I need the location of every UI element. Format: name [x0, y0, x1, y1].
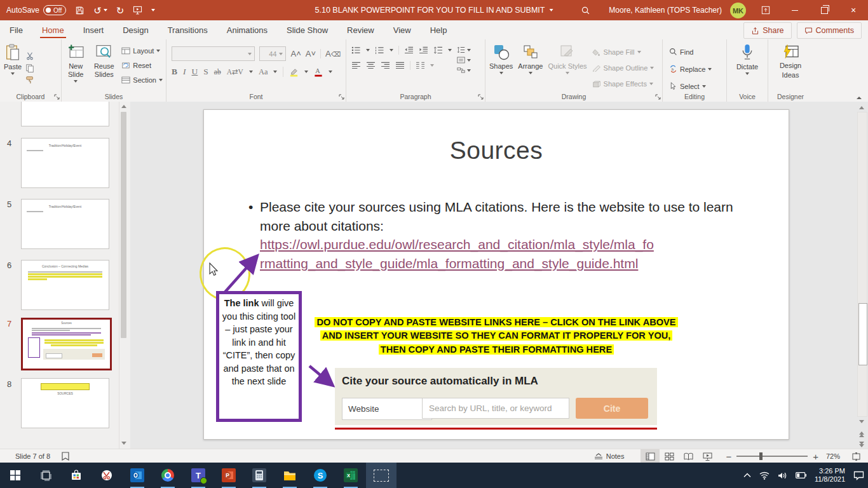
drawing-dialog-launcher[interactable]	[655, 94, 661, 100]
tab-design[interactable]: Design	[113, 20, 158, 39]
align-center-button[interactable]	[366, 62, 376, 69]
purple-arrow-to-widget[interactable]	[304, 361, 336, 390]
align-text-button[interactable]	[457, 57, 471, 64]
slide-sorter-view-button[interactable]	[660, 449, 679, 463]
scrollbar-thumb[interactable]	[858, 303, 867, 365]
copy-button[interactable]	[25, 64, 34, 72]
cite-button[interactable]: Cite	[576, 398, 648, 419]
align-right-button[interactable]	[381, 62, 390, 69]
zoom-in-button[interactable]: +	[813, 451, 818, 462]
underline-button[interactable]: U	[192, 67, 198, 77]
increase-font-button[interactable]: A˄	[290, 49, 301, 58]
reading-view-button[interactable]	[679, 449, 698, 463]
chrome-button[interactable]	[153, 463, 183, 488]
thumbnail-scroll-down-icon[interactable]	[119, 438, 128, 447]
format-painter-button[interactable]	[25, 76, 34, 85]
slideshow-view-button[interactable]	[698, 449, 717, 463]
skype-button[interactable]: S	[305, 463, 336, 488]
tab-help[interactable]: Help	[421, 20, 457, 39]
collapse-ribbon-icon[interactable]	[857, 97, 862, 99]
fit-slide-to-window-button[interactable]	[846, 449, 865, 463]
show-hidden-icons-icon[interactable]	[743, 473, 751, 478]
text-highlight-button[interactable]	[289, 67, 299, 77]
clear-formatting-button[interactable]: A⌫	[320, 49, 341, 58]
paragraph-dialog-launcher[interactable]	[478, 94, 484, 100]
thumbnail-slide-7[interactable]: Sources	[21, 318, 112, 370]
bold-button[interactable]: B	[172, 67, 177, 77]
account-name[interactable]: Moore, Kathleen (TOPS Teacher)	[609, 0, 722, 20]
change-case-button[interactable]: Aa	[259, 67, 268, 77]
calculator-button[interactable]	[244, 463, 275, 488]
tab-slide-show[interactable]: Slide Show	[277, 20, 337, 39]
font-name-combo[interactable]	[172, 46, 255, 61]
text-direction-button[interactable]	[457, 46, 471, 53]
thumbnail-scrollbar-thumb[interactable]	[121, 112, 126, 338]
slide-title[interactable]: Sources	[204, 137, 789, 165]
increase-indent-button[interactable]	[419, 46, 428, 54]
normal-view-button[interactable]	[641, 449, 660, 463]
paste-button[interactable]: Paste	[4, 39, 22, 91]
autosave-toggle[interactable]: AutoSave Off	[6, 5, 66, 15]
design-ideas-button[interactable]: DesignIdeas	[768, 39, 813, 91]
thumbnail-scrollbar[interactable]	[119, 102, 128, 449]
reuse-slides-button[interactable]: Reuse Slides	[90, 39, 118, 91]
excel-button[interactable]: X	[336, 463, 366, 488]
close-button[interactable]: ×	[839, 0, 868, 20]
callout-box[interactable]: The link will give you this citing tool …	[216, 291, 302, 422]
thumbnail-scroll-up-icon[interactable]	[119, 102, 128, 111]
thumbnail-slide-8[interactable]: SOURCES	[21, 378, 109, 428]
next-slide-button[interactable]	[857, 440, 865, 449]
strikethrough-button[interactable]: ab	[214, 68, 221, 76]
dictate-button[interactable]: Dictate	[727, 39, 768, 91]
tab-insert[interactable]: Insert	[74, 20, 114, 39]
cut-button[interactable]	[25, 51, 34, 60]
clock[interactable]: 3:26 PM 11/8/2021	[815, 467, 845, 484]
undo-button[interactable]: ↺	[93, 6, 107, 15]
thumbnail-slide-3[interactable]	[21, 102, 109, 126]
wifi-icon[interactable]	[759, 471, 770, 480]
start-button[interactable]	[0, 463, 31, 488]
bullets-button[interactable]	[351, 46, 361, 54]
font-dialog-launcher[interactable]	[339, 94, 344, 100]
font-color-button[interactable]: A	[314, 67, 323, 77]
layout-button[interactable]: Layout	[121, 44, 163, 57]
italic-button[interactable]: I	[183, 67, 186, 77]
convert-smartart-button[interactable]	[457, 67, 471, 74]
shape-outline-button[interactable]: Shape Outline	[592, 61, 654, 74]
avatar[interactable]: MK	[730, 3, 746, 18]
zoom-level[interactable]: 72%	[826, 452, 840, 460]
document-title-area[interactable]: 5.10 BLANK POWERPOINT FOR YOU TO FILL IN…	[315, 0, 553, 20]
snipping-selection-button[interactable]	[366, 463, 397, 488]
accessibility-checker-icon[interactable]	[62, 452, 69, 461]
quick-styles-button[interactable]: Quick Styles	[548, 39, 587, 91]
thumbnail-slide-6[interactable]: Conclusion – Connecting Medias	[21, 260, 109, 310]
customize-qat-button[interactable]	[151, 9, 155, 11]
tab-transitions[interactable]: Transitions	[158, 20, 217, 39]
warning-text[interactable]: DO NOT COPY AND PASTE WEBSITE LINKS HERE…	[313, 316, 679, 356]
arrange-button[interactable]: Arrange	[518, 39, 543, 91]
start-slideshow-button[interactable]	[133, 6, 142, 15]
search-button[interactable]	[577, 3, 593, 18]
slide-body-text[interactable]: • Please cite your sources using MLA cit…	[248, 198, 743, 273]
slide-area-scrollbar[interactable]	[857, 102, 866, 449]
clipboard-dialog-launcher[interactable]	[54, 94, 60, 100]
redo-button[interactable]: ↻	[116, 6, 125, 15]
restore-button[interactable]	[810, 0, 839, 20]
select-button[interactable]: Select	[669, 79, 720, 93]
hyperlink-line-2[interactable]: rmatting_and_style_guide/mla_formatting_…	[260, 254, 743, 273]
minimize-button[interactable]	[780, 0, 810, 20]
shape-fill-button[interactable]: Shape Fill	[592, 45, 654, 58]
line-spacing-button[interactable]	[433, 46, 443, 54]
tab-animations[interactable]: Animations	[217, 20, 277, 39]
autosave-switch[interactable]: Off	[43, 5, 66, 15]
action-center-icon[interactable]	[853, 471, 864, 480]
hyperlink-line-1[interactable]: https://owl.purdue.edu/owl/research_and_…	[260, 235, 743, 254]
battery-icon[interactable]	[796, 472, 806, 478]
shape-effects-button[interactable]: Shape Effects	[592, 77, 654, 90]
source-type-dropdown[interactable]: Website	[342, 398, 432, 420]
character-spacing-button[interactable]: A⇄V	[227, 67, 243, 76]
microsoft-store-button[interactable]	[61, 463, 92, 488]
find-button[interactable]: Find	[669, 45, 720, 58]
zoom-slider-thumb[interactable]	[759, 452, 763, 460]
previous-slide-button[interactable]	[857, 430, 865, 438]
